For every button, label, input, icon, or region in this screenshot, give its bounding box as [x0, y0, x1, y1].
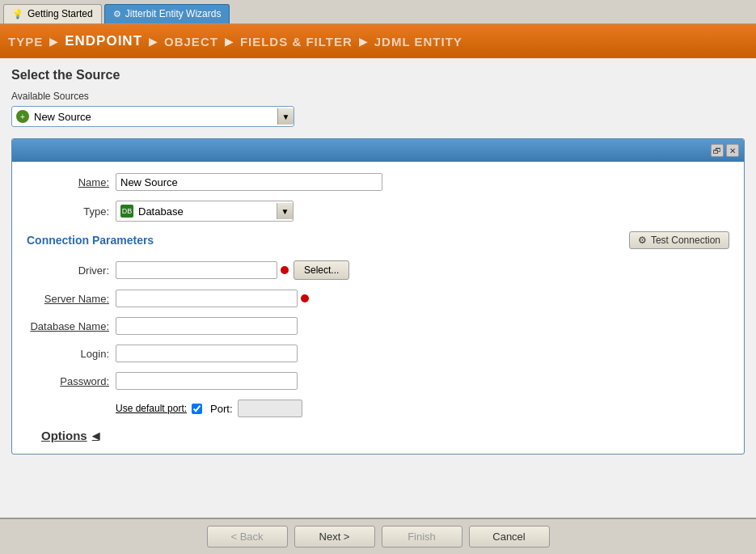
- dialog-header: 🗗 ✕: [12, 139, 744, 162]
- breadcrumb-bar: TYPE ▶ ENDPOINT ▶ OBJECT ▶ FIELDS & FILT…: [0, 24, 756, 58]
- name-label: Name:: [27, 176, 116, 188]
- password-row: Password:: [27, 372, 729, 390]
- server-name-input-group: [116, 290, 309, 307]
- getting-started-icon: 💡: [12, 9, 23, 19]
- password-label: Password:: [27, 375, 116, 387]
- source-dropdown-icon: +: [16, 110, 29, 123]
- use-default-port-checkbox[interactable]: [192, 404, 202, 414]
- bottom-bar: < Back Next > Finish Cancel: [0, 518, 756, 554]
- dialog-close-button[interactable]: ✕: [726, 144, 739, 157]
- test-conn-label: Test Connection: [651, 235, 720, 246]
- dialog-panel: 🗗 ✕ Name: Type: DB Database ▼ Connection…: [11, 138, 745, 455]
- tab-getting-started-label: Getting Started: [27, 8, 93, 19]
- breadcrumb-endpoint[interactable]: ENDPOINT: [65, 33, 142, 49]
- name-input[interactable]: [116, 173, 382, 191]
- database-name-input[interactable]: [116, 317, 298, 335]
- login-row: Login:: [27, 345, 729, 362]
- breadcrumb-type[interactable]: TYPE: [8, 35, 43, 49]
- breadcrumb-object[interactable]: OBJECT: [164, 35, 218, 49]
- server-name-row: Server Name:: [27, 290, 729, 307]
- breadcrumb-arrow-3: ▶: [225, 35, 234, 48]
- use-default-port-label: Use default port:: [116, 403, 187, 414]
- server-name-input[interactable]: [116, 290, 298, 307]
- driver-row: Driver: Select...: [27, 260, 729, 280]
- type-icon: DB: [120, 205, 133, 218]
- type-dropdown-arrow: ▼: [277, 203, 293, 219]
- connection-params-header: Connection Parameters ⚙ Test Connection: [27, 231, 729, 249]
- options-label: Options: [41, 429, 87, 442]
- default-port-row: Use default port: Port:: [27, 400, 729, 417]
- connection-params-title: Connection Parameters: [27, 234, 154, 247]
- source-dropdown-arrow: ▼: [277, 108, 294, 125]
- type-row: Type: DB Database ▼: [27, 201, 729, 222]
- breadcrumb-arrow-1: ▶: [49, 35, 58, 48]
- type-value: Database: [138, 205, 277, 218]
- options-arrow-icon: ◀: [92, 430, 99, 442]
- driver-label: Driver:: [27, 264, 116, 277]
- password-input[interactable]: [116, 372, 298, 390]
- tab-bar: 💡 Getting Started ⚙ Jitterbit Entity Wiz…: [0, 0, 756, 24]
- server-name-label: Server Name:: [27, 293, 116, 305]
- breadcrumb-arrow-2: ▶: [149, 35, 158, 48]
- dialog-restore-button[interactable]: 🗗: [711, 144, 724, 157]
- port-input: [238, 400, 302, 417]
- main-content: Select the Source Available Sources + Ne…: [0, 58, 756, 518]
- name-row: Name:: [27, 173, 729, 191]
- driver-required-indicator: [281, 266, 289, 274]
- driver-input-group: Select...: [116, 260, 349, 280]
- entity-wizards-icon: ⚙: [113, 9, 121, 19]
- options-section: Options ◀: [27, 429, 729, 442]
- database-name-label: Database Name:: [27, 320, 116, 332]
- back-button[interactable]: < Back: [207, 526, 288, 548]
- next-button[interactable]: Next >: [294, 526, 375, 548]
- breadcrumb-jdml-entity[interactable]: JDML ENTITY: [374, 35, 462, 49]
- breadcrumb-fields-filter[interactable]: FIELDS & FILTER: [240, 35, 353, 49]
- source-dropdown-value: New Source: [34, 111, 277, 123]
- tab-entity-wizards[interactable]: ⚙ Jitterbit Entity Wizards: [104, 4, 230, 23]
- driver-input[interactable]: [116, 261, 277, 279]
- options-toggle[interactable]: Options ◀: [41, 429, 729, 442]
- dialog-body: Name: Type: DB Database ▼ Connection Par…: [12, 162, 744, 454]
- finish-button[interactable]: Finish: [382, 526, 462, 548]
- source-select-wrapper: + New Source ▼: [11, 106, 745, 127]
- tab-entity-wizards-label: Jitterbit Entity Wizards: [125, 8, 222, 19]
- type-dropdown[interactable]: DB Database ▼: [116, 201, 294, 222]
- cancel-button[interactable]: Cancel: [469, 526, 550, 548]
- port-label: Port:: [210, 403, 232, 415]
- breadcrumb-arrow-4: ▶: [359, 35, 368, 48]
- test-connection-button[interactable]: ⚙ Test Connection: [629, 231, 729, 249]
- page-title: Select the Source: [11, 68, 745, 82]
- login-label: Login:: [27, 348, 116, 360]
- server-name-required-indicator: [301, 294, 309, 302]
- source-dropdown[interactable]: + New Source ▼: [11, 106, 294, 127]
- type-label: Type:: [27, 205, 116, 218]
- tab-getting-started[interactable]: 💡 Getting Started: [3, 4, 102, 23]
- driver-select-button[interactable]: Select...: [294, 260, 349, 280]
- database-name-row: Database Name:: [27, 317, 729, 335]
- available-sources-label: Available Sources: [11, 91, 745, 102]
- use-default-port-label-text: Use default port:: [116, 403, 187, 414]
- login-input[interactable]: [116, 345, 298, 362]
- test-conn-icon: ⚙: [638, 235, 647, 246]
